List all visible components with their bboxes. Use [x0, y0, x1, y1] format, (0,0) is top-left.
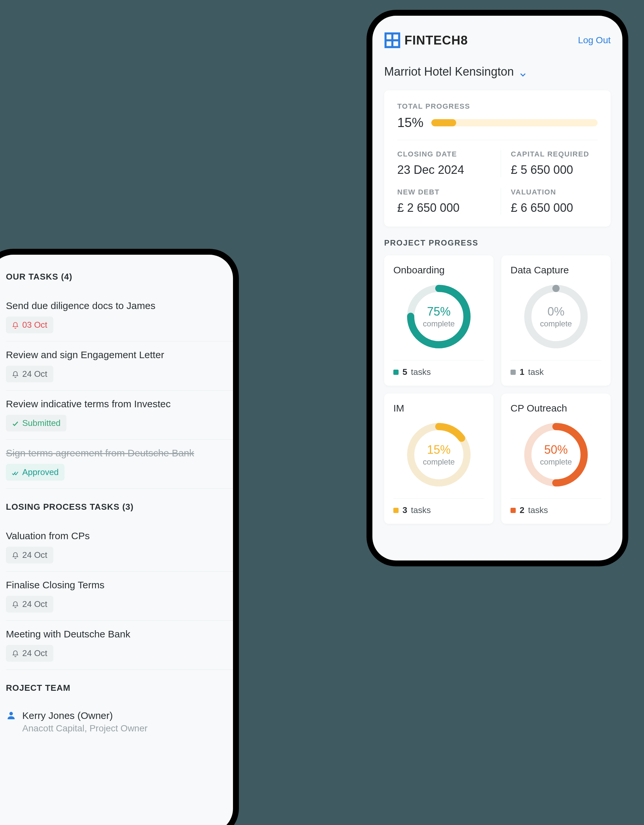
task-item[interactable]: Review and sign Engagement Letter24 Oct — [6, 341, 233, 391]
progress-card-title: Data Capture — [510, 264, 601, 276]
topbar: FINTECH8 Log Out — [384, 32, 611, 48]
person-icon — [6, 710, 16, 721]
bell-icon — [12, 551, 19, 559]
new-debt-value: £ 2 650 000 — [397, 201, 494, 215]
bell-icon — [12, 600, 19, 608]
total-progress-fill — [431, 119, 456, 127]
task-badge-text: 24 Oct — [22, 369, 48, 379]
task-badge-text: 03 Oct — [22, 320, 48, 330]
project-name: Marriot Hotel Kensington — [384, 65, 514, 79]
brand-text: FINTECH8 — [404, 33, 468, 48]
task-badge: 24 Oct — [6, 547, 53, 564]
task-item[interactable]: Send due diligence docs to James03 Oct — [6, 292, 233, 341]
donut-chart: 75%complete — [404, 282, 473, 351]
task-badge-text: Submitted — [22, 418, 60, 428]
phone-frame-left: OUR TASKS (4) Send due diligence docs to… — [0, 249, 239, 825]
progress-card-footer: 5 tasks — [393, 360, 484, 377]
task-badge: 24 Oct — [6, 596, 53, 613]
progress-card-footer: 1 task — [510, 360, 601, 377]
progress-card-tasks: 5 tasks — [402, 367, 431, 377]
legend-square-icon — [393, 369, 399, 375]
bell-icon — [12, 321, 19, 329]
task-badge: Approved — [6, 464, 65, 480]
project-progress-heading: PROJECT PROGRESS — [384, 238, 611, 247]
donut-complete-label: complete — [423, 457, 454, 467]
closing-date-label: CLOSING DATE — [397, 150, 494, 158]
progress-card[interactable]: Data Capture0%complete1 task — [501, 255, 611, 386]
task-title: Send due diligence docs to James — [6, 300, 223, 311]
task-badge: 24 Oct — [6, 366, 53, 382]
double-check-icon — [12, 468, 19, 476]
task-title: Meeting with Deutsche Bank — [6, 629, 223, 640]
progress-card-footer: 2 tasks — [510, 498, 601, 515]
chevron-down-icon — [519, 68, 527, 76]
donut-chart: 0%complete — [522, 282, 590, 351]
capital-required-value: £ 5 650 000 — [511, 163, 598, 177]
donut-complete-label: complete — [423, 319, 454, 328]
valuation-label: VALUATION — [511, 188, 598, 196]
task-item[interactable]: Sign terms agreement from Deutsche BankA… — [6, 440, 233, 489]
total-progress-value: 15% — [397, 115, 424, 130]
phone-screen-right: FINTECH8 Log Out Marriot Hotel Kensingto… — [372, 16, 622, 561]
brand[interactable]: FINTECH8 — [384, 32, 468, 48]
donut-percent: 75% — [427, 305, 451, 318]
progress-card-tasks: 1 task — [520, 367, 544, 377]
task-item[interactable]: Valuation from CPs24 Oct — [6, 522, 233, 572]
phone-frame-right: FINTECH8 Log Out Marriot Hotel Kensingto… — [367, 10, 628, 566]
closing-date-value: 23 Dec 2024 — [397, 163, 494, 177]
total-progress-label: TOTAL PROGRESS — [397, 102, 598, 111]
donut-percent: 15% — [427, 443, 451, 457]
progress-card[interactable]: Onboarding75%complete5 tasks — [384, 255, 493, 386]
donut-percent: 0% — [547, 305, 564, 318]
task-title: Sign terms agreement from Deutsche Bank — [6, 448, 223, 459]
legend-square-icon — [510, 508, 516, 513]
bell-icon — [12, 370, 19, 378]
new-debt-label: NEW DEBT — [397, 188, 494, 196]
legend-square-icon — [393, 508, 399, 513]
task-badge-text: 24 Oct — [22, 648, 48, 658]
task-badge: 03 Oct — [6, 317, 53, 333]
your-tasks-heading: OUR TASKS (4) — [6, 272, 233, 282]
task-badge-text: Approved — [22, 467, 59, 477]
progress-card-footer: 3 tasks — [393, 498, 484, 515]
donut-percent: 50% — [544, 443, 568, 457]
logout-link[interactable]: Log Out — [578, 35, 611, 45]
donut-chart: 15%complete — [404, 420, 473, 489]
valuation-value: £ 6 650 000 — [511, 201, 598, 215]
progress-card-title: IM — [393, 403, 484, 414]
project-selector[interactable]: Marriot Hotel Kensington — [384, 65, 611, 79]
progress-card-title: CP Outreach — [510, 403, 601, 414]
task-title: Valuation from CPs — [6, 530, 223, 541]
brand-icon — [384, 32, 401, 48]
phone-screen-left: OUR TASKS (4) Send due diligence docs to… — [0, 255, 233, 825]
progress-card-tasks: 2 tasks — [520, 505, 548, 515]
total-progress-bar — [431, 119, 598, 127]
team-member-name: Kerry Jones (Owner) — [22, 710, 148, 721]
progress-card[interactable]: IM15%complete3 tasks — [384, 394, 493, 524]
progress-card-title: Onboarding — [393, 264, 484, 276]
closing-tasks-heading: LOSING PROCESS TASKS (3) — [6, 502, 233, 512]
task-item[interactable]: Meeting with Deutsche Bank24 Oct — [6, 621, 233, 670]
task-badge: Submitted — [6, 415, 66, 431]
bell-icon — [12, 649, 19, 657]
donut-complete-label: complete — [540, 319, 572, 328]
donut-chart: 50%complete — [522, 420, 590, 489]
capital-required-label: CAPITAL REQUIRED — [511, 150, 598, 158]
summary-card: TOTAL PROGRESS 15% CLOSING DATE 23 Dec 2… — [384, 90, 611, 227]
task-badge-text: 24 Oct — [22, 599, 48, 609]
team-member-row[interactable]: Kerry Jones (Owner) Anacott Capital, Pro… — [6, 703, 233, 740]
legend-square-icon — [510, 369, 516, 375]
task-item[interactable]: Review indicative terms from InvestecSub… — [6, 391, 233, 440]
task-title: Finalise Closing Terms — [6, 579, 223, 590]
team-member-subtitle: Anacott Capital, Project Owner — [22, 723, 148, 734]
progress-card[interactable]: CP Outreach50%complete2 tasks — [501, 394, 611, 524]
svg-point-0 — [9, 712, 13, 715]
task-title: Review and sign Engagement Letter — [6, 349, 223, 360]
progress-card-tasks: 3 tasks — [402, 505, 431, 515]
check-icon — [12, 419, 19, 427]
task-badge: 24 Oct — [6, 645, 53, 662]
donut-complete-label: complete — [540, 457, 572, 467]
task-title: Review indicative terms from Investec — [6, 399, 223, 409]
task-badge-text: 24 Oct — [22, 550, 48, 560]
task-item[interactable]: Finalise Closing Terms24 Oct — [6, 572, 233, 621]
